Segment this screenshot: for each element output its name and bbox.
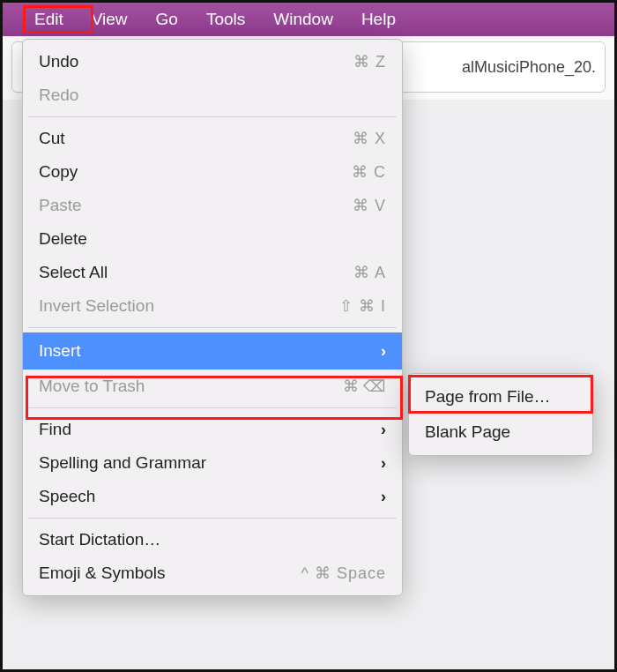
- menu-tools[interactable]: Tools: [192, 3, 259, 36]
- menu-item-redo: Redo: [23, 78, 402, 112]
- submenu-item-blank-page[interactable]: Blank Page: [409, 414, 592, 450]
- label: Copy: [39, 162, 352, 182]
- insert-submenu: Page from File… Blank Page: [408, 373, 593, 456]
- label: Page from File…: [425, 387, 551, 407]
- chevron-right-icon: ›: [381, 421, 386, 439]
- shortcut: ⌘ V: [353, 196, 386, 215]
- label: Blank Page: [425, 422, 510, 442]
- label: Emoji & Symbols: [39, 564, 301, 583]
- shortcut: ^ ⌘ Space: [301, 564, 387, 583]
- menu-item-copy[interactable]: Copy ⌘ C: [23, 155, 402, 189]
- menu-item-start-dictation[interactable]: Start Dictation…: [23, 523, 402, 556]
- label: Start Dictation…: [39, 530, 386, 549]
- edit-menu-dropdown: Undo ⌘ Z Redo Cut ⌘ X Copy ⌘ C Paste ⌘ V…: [22, 39, 403, 596]
- menu-view[interactable]: View: [78, 3, 142, 36]
- menu-item-move-to-trash: Move to Trash ⌘ ⌫: [23, 370, 402, 403]
- submenu-item-page-from-file[interactable]: Page from File…: [409, 379, 592, 414]
- menu-bar: Edit View Go Tools Window Help: [3, 3, 614, 36]
- shortcut: ⌘ A: [353, 263, 386, 282]
- menu-item-find[interactable]: Find ›: [23, 413, 402, 446]
- label: Redo: [39, 86, 386, 105]
- menu-item-delete[interactable]: Delete: [23, 222, 402, 256]
- chevron-right-icon: ›: [381, 488, 386, 506]
- label: Cut: [39, 129, 353, 148]
- shortcut: ⇧ ⌘ I: [339, 296, 386, 316]
- menu-separator: [28, 518, 397, 519]
- menu-item-cut[interactable]: Cut ⌘ X: [23, 122, 402, 155]
- menu-help[interactable]: Help: [347, 3, 410, 36]
- chevron-right-icon: ›: [381, 342, 386, 361]
- menu-separator: [28, 327, 397, 328]
- menu-edit[interactable]: Edit: [20, 3, 78, 36]
- shortcut: ⌘ C: [352, 162, 386, 182]
- shortcut: ⌘ X: [353, 129, 386, 148]
- menu-item-insert[interactable]: Insert ›: [23, 332, 402, 370]
- menu-item-speech[interactable]: Speech ›: [23, 480, 402, 513]
- menu-item-invert-selection: Invert Selection ⇧ ⌘ I: [23, 289, 402, 323]
- label: Move to Trash: [39, 377, 343, 396]
- label: Spelling and Grammar: [39, 453, 381, 473]
- delete-key-icon: ⌫: [363, 377, 386, 396]
- shortcut: ⌘ Z: [353, 52, 386, 71]
- menu-item-select-all[interactable]: Select All ⌘ A: [23, 256, 402, 289]
- label: Insert: [39, 341, 381, 361]
- menu-go[interactable]: Go: [142, 3, 192, 36]
- chevron-right-icon: ›: [381, 454, 386, 473]
- label: Delete: [39, 229, 386, 249]
- document-tab-title: alMusiciPhone_20.: [462, 58, 596, 77]
- label: Find: [39, 420, 381, 439]
- label: Undo: [39, 52, 353, 71]
- menu-item-undo[interactable]: Undo ⌘ Z: [23, 45, 402, 78]
- label: Invert Selection: [39, 296, 339, 316]
- menu-separator: [28, 407, 397, 408]
- menu-item-spelling-grammar[interactable]: Spelling and Grammar ›: [23, 446, 402, 480]
- label: Select All: [39, 263, 353, 282]
- label: Speech: [39, 487, 381, 506]
- menu-item-emoji-symbols[interactable]: Emoji & Symbols ^ ⌘ Space: [23, 556, 402, 590]
- label: Paste: [39, 196, 353, 215]
- menu-item-paste: Paste ⌘ V: [23, 189, 402, 222]
- menu-window[interactable]: Window: [259, 3, 347, 36]
- menu-separator: [28, 116, 397, 117]
- shortcut: ⌘: [343, 377, 360, 396]
